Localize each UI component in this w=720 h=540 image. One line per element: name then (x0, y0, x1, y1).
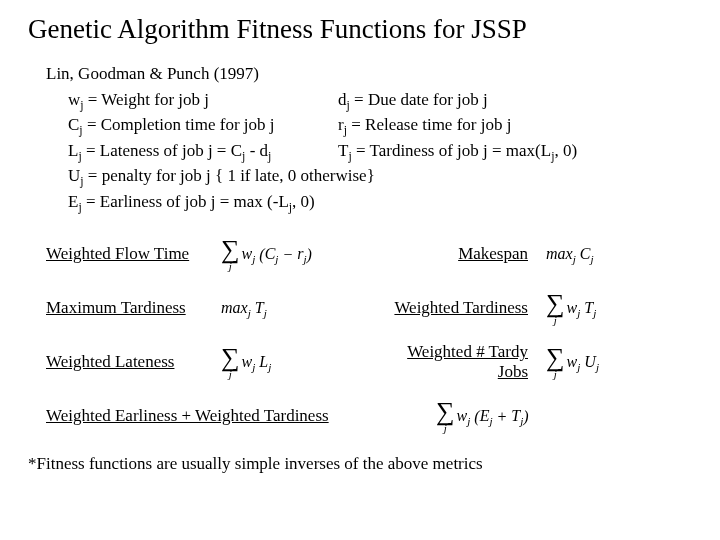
label-weighted-lateness: Weighted Lateness (46, 352, 221, 372)
metric-row: Weighted Flow Time ∑jwj (Cj − rj) Makesp… (46, 234, 692, 274)
slide-title: Genetic Algorithm Fitness Functions for … (28, 14, 692, 45)
label-weighted-tardy-jobs: Weighted # Tardy Jobs (381, 342, 546, 382)
def-T: Tj = Tardiness of job j = max(Lj, 0) (338, 138, 692, 164)
sigma-icon: ∑j (221, 345, 240, 380)
label-maximum-tardiness: Maximum Tardiness (46, 298, 221, 318)
metric-row: Weighted Earliness + Weighted Tardiness … (46, 396, 692, 436)
label-weighted-earliness-tardiness: Weighted Earliness + Weighted Tardiness (46, 406, 376, 426)
formula-weighted-tardy-jobs: ∑jwj Uj (546, 345, 692, 380)
def-w: wj = Weight for job j (68, 87, 338, 113)
footnote: *Fitness functions are usually simple in… (28, 454, 692, 474)
def-L: Lj = Lateness of job j = Cj - dj (68, 138, 338, 164)
metrics-block: Weighted Flow Time ∑jwj (Cj − rj) Makesp… (46, 234, 692, 436)
def-U: Uj = penalty for job j { 1 if late, 0 ot… (68, 163, 692, 189)
formula-makespan: maxj Cj (546, 245, 692, 263)
def-E: Ej = Earliness of job j = max (-Lj, 0) (68, 189, 692, 215)
sigma-icon: ∑j (436, 399, 455, 434)
formula-weighted-earliness-tardiness: ∑jwj (Ej + Tj) (436, 399, 692, 434)
definitions-block: Lin, Goodman & Punch (1997) wj = Weight … (46, 61, 692, 214)
def-r: rj = Release time for job j (338, 112, 692, 138)
sigma-icon: ∑j (221, 237, 240, 272)
metric-row: Maximum Tardiness maxj Tj Weighted Tardi… (46, 288, 692, 328)
def-row: Cj = Completion time for job j rj = Rele… (68, 112, 692, 138)
formula-maximum-tardiness: maxj Tj (221, 299, 381, 317)
slide: Genetic Algorithm Fitness Functions for … (0, 0, 720, 474)
label-weighted-tardiness: Weighted Tardiness (381, 298, 546, 318)
label-makespan: Makespan (381, 244, 546, 264)
def-d: dj = Due date for job j (338, 87, 692, 113)
formula-weighted-tardiness: ∑jwj Tj (546, 291, 692, 326)
formula-weighted-lateness: ∑jwj Lj (221, 345, 381, 380)
citation-line: Lin, Goodman & Punch (1997) (46, 61, 692, 87)
sigma-icon: ∑j (546, 291, 565, 326)
def-row: Lj = Lateness of job j = Cj - dj Tj = Ta… (68, 138, 692, 164)
sigma-icon: ∑j (546, 345, 565, 380)
def-row: wj = Weight for job j dj = Due date for … (68, 87, 692, 113)
def-C: Cj = Completion time for job j (68, 112, 338, 138)
formula-weighted-flow-time: ∑jwj (Cj − rj) (221, 237, 381, 272)
metric-row: Weighted Lateness ∑jwj Lj Weighted # Tar… (46, 342, 692, 382)
label-weighted-flow-time: Weighted Flow Time (46, 244, 221, 264)
